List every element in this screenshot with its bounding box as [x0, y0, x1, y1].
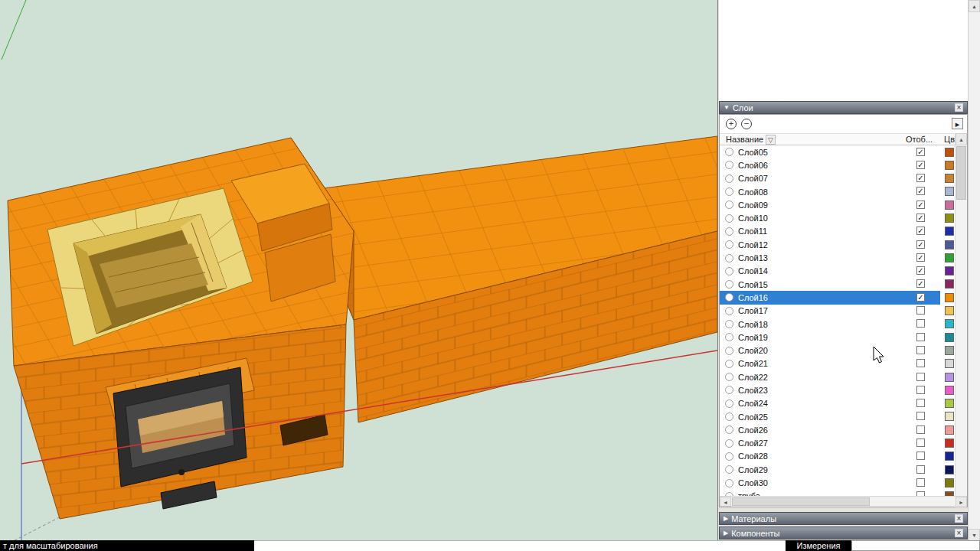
- layer-row[interactable]: Слой18: [720, 318, 955, 331]
- layer-row[interactable]: Слой19: [720, 331, 955, 344]
- layer-row[interactable]: Слой21: [720, 357, 955, 370]
- add-layer-button[interactable]: +: [726, 119, 737, 129]
- layer-name[interactable]: Слой24: [738, 399, 768, 408]
- layer-current-radio[interactable]: [725, 333, 733, 341]
- layer-row[interactable]: Слой25: [720, 410, 955, 423]
- layer-name[interactable]: Слой18: [738, 320, 768, 329]
- layer-row[interactable]: Слой17: [720, 305, 955, 318]
- layer-current-radio[interactable]: [725, 452, 733, 461]
- layer-color-swatch[interactable]: [945, 201, 954, 210]
- layer-color-swatch[interactable]: [945, 279, 954, 289]
- layer-color-swatch[interactable]: [945, 293, 954, 302]
- layer-visible-checkbox[interactable]: [916, 306, 925, 315]
- materials-panel-header[interactable]: ▶ Материалы ×: [719, 512, 968, 525]
- details-arrow-icon[interactable]: ▸: [952, 118, 963, 129]
- layer-visible-checkbox[interactable]: [916, 399, 925, 407]
- layer-row[interactable]: Слой11 ✓: [720, 225, 955, 238]
- layer-name[interactable]: Слой06: [738, 161, 768, 170]
- measurements-input[interactable]: [851, 540, 980, 551]
- layer-color-swatch[interactable]: [945, 333, 954, 342]
- layer-color-swatch[interactable]: [945, 266, 954, 276]
- layers-column-header[interactable]: Название ▽ Отоб... Цве: [720, 133, 955, 145]
- layer-visible-checkbox[interactable]: ✓: [916, 279, 925, 288]
- scroll-left-icon[interactable]: ◄: [720, 497, 731, 507]
- layer-visible-checkbox[interactable]: ✓: [916, 253, 925, 262]
- layer-current-radio[interactable]: [725, 148, 733, 156]
- layer-name[interactable]: Слой23: [738, 386, 768, 395]
- h-scrollbar-thumb[interactable]: [732, 497, 870, 506]
- layer-visible-checkbox[interactable]: [916, 452, 925, 460]
- layer-color-swatch[interactable]: [945, 386, 954, 395]
- layer-visible-checkbox[interactable]: ✓: [916, 161, 925, 169]
- layer-row[interactable]: Слой15 ✓: [720, 278, 955, 291]
- layers-horizontal-scrollbar[interactable]: ◄ ►: [720, 496, 967, 507]
- layer-name[interactable]: Слой21: [738, 359, 768, 368]
- layer-row[interactable]: Слой26: [720, 423, 955, 436]
- layer-visible-checkbox[interactable]: [916, 465, 925, 474]
- layer-color-swatch[interactable]: [945, 465, 954, 474]
- layer-visible-checkbox[interactable]: [916, 412, 925, 420]
- layer-visible-checkbox[interactable]: ✓: [916, 187, 925, 195]
- layer-current-radio[interactable]: [725, 240, 733, 249]
- layer-visible-checkbox[interactable]: ✓: [916, 293, 925, 302]
- layer-visible-checkbox[interactable]: ✓: [916, 148, 925, 156]
- layer-row[interactable]: Слой06 ✓: [720, 158, 955, 171]
- layer-color-swatch[interactable]: [945, 373, 954, 382]
- layer-name[interactable]: Слой19: [738, 333, 768, 342]
- layer-name[interactable]: Слой11: [738, 227, 767, 236]
- layer-row[interactable]: Слой14 ✓: [720, 265, 955, 278]
- layer-name[interactable]: Слой16: [738, 293, 768, 302]
- layer-row[interactable]: Слой09 ✓: [720, 198, 955, 211]
- layer-current-radio[interactable]: [725, 412, 733, 421]
- layer-name[interactable]: Слой28: [738, 452, 768, 461]
- layers-panel-header[interactable]: ▼ Слои ×: [719, 101, 968, 114]
- layer-visible-checkbox[interactable]: ✓: [916, 266, 925, 275]
- layer-current-radio[interactable]: [725, 360, 733, 368]
- layer-current-radio[interactable]: [725, 267, 733, 276]
- close-icon[interactable]: ×: [955, 103, 963, 112]
- filter-icon[interactable]: ▽: [766, 135, 776, 145]
- layer-current-radio[interactable]: [725, 439, 733, 448]
- layer-current-radio[interactable]: [725, 254, 733, 262]
- layer-row[interactable]: Слой20: [720, 344, 955, 357]
- layer-current-radio[interactable]: [725, 293, 733, 302]
- layer-name[interactable]: Слой10: [738, 214, 768, 223]
- layer-color-swatch[interactable]: [945, 174, 954, 183]
- layer-color-swatch[interactable]: [945, 346, 954, 355]
- layer-visible-checkbox[interactable]: ✓: [916, 214, 925, 222]
- layer-row[interactable]: Слой08 ✓: [720, 185, 955, 198]
- layer-color-swatch[interactable]: [945, 253, 954, 262]
- layer-visible-checkbox[interactable]: [916, 359, 925, 367]
- layer-visible-checkbox[interactable]: [916, 346, 925, 354]
- components-panel-header[interactable]: ▶ Компоненты ×: [719, 527, 968, 540]
- layer-current-radio[interactable]: [725, 201, 733, 209]
- layer-current-radio[interactable]: [725, 465, 733, 474]
- layer-row[interactable]: Слой30: [720, 476, 955, 489]
- layer-row[interactable]: Слой24: [720, 397, 955, 410]
- layer-row[interactable]: Слой10 ✓: [720, 211, 955, 224]
- layer-row[interactable]: Слой05 ✓: [720, 145, 955, 158]
- scroll-down-icon[interactable]: ▼: [969, 529, 980, 541]
- layer-current-radio[interactable]: [725, 307, 733, 315]
- layer-color-swatch[interactable]: [945, 412, 954, 421]
- layer-row[interactable]: Слой29: [720, 463, 955, 476]
- layer-name[interactable]: Слой08: [738, 187, 768, 197]
- close-icon[interactable]: ×: [955, 529, 963, 537]
- layer-current-radio[interactable]: [725, 373, 733, 381]
- layer-visible-checkbox[interactable]: [916, 439, 925, 447]
- layer-name[interactable]: Слой22: [738, 373, 768, 382]
- layer-current-radio[interactable]: [725, 425, 733, 434]
- layer-current-radio[interactable]: [725, 399, 733, 408]
- layers-vertical-scrollbar[interactable]: ▲ ▼: [955, 133, 967, 508]
- layer-name[interactable]: Слой13: [738, 253, 768, 262]
- model-viewport[interactable]: [0, 0, 717, 551]
- layer-name[interactable]: Слой17: [738, 306, 768, 315]
- layer-current-radio[interactable]: [725, 479, 733, 487]
- layer-row[interactable]: Слой22: [720, 370, 955, 383]
- scroll-up-icon[interactable]: ▲: [969, 0, 980, 12]
- layer-color-swatch[interactable]: [945, 306, 954, 315]
- layer-visible-checkbox[interactable]: [916, 319, 925, 328]
- layer-visible-checkbox[interactable]: [916, 373, 925, 381]
- remove-layer-button[interactable]: −: [741, 119, 752, 129]
- layer-current-radio[interactable]: [725, 386, 733, 394]
